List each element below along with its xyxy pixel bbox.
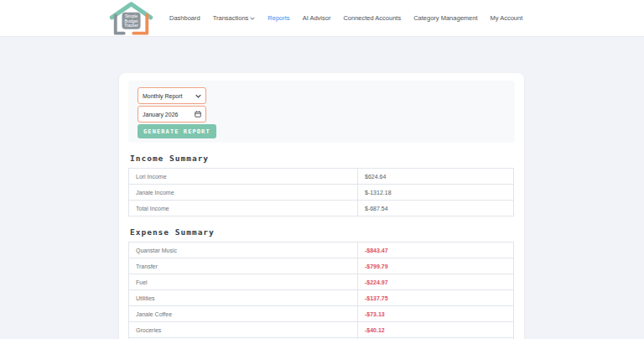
expense-summary-title: Expense Summary (130, 227, 514, 237)
income-summary-rows: Lori Income $624.64 Janale Income $-1312… (129, 169, 514, 216)
report-month-value: January 2026 (143, 112, 178, 117)
table-row: Quanstar Music -$843.47 (129, 243, 514, 258)
report-type-selected-value: Monthly Report (143, 93, 182, 99)
row-label: Janale Coffee (129, 306, 358, 322)
row-value: -$224.97 (358, 274, 514, 290)
row-value: $-687.54 (358, 201, 514, 216)
nav-item-reports[interactable]: Reports (267, 14, 289, 22)
report-type-select[interactable]: Monthly Report (138, 87, 206, 104)
row-value: -$799.79 (358, 258, 514, 274)
table-row: Lori Income $624.64 (129, 169, 514, 185)
report-month-input[interactable]: January 2026 (138, 106, 206, 123)
row-label: Lori Income (129, 169, 358, 185)
row-value: -$137.75 (358, 290, 514, 306)
nav-item-transactions[interactable]: Transactions (213, 14, 256, 22)
row-label: Fuel (129, 274, 358, 290)
chevron-down-icon (250, 17, 255, 20)
logo-text-line3: Tracker (124, 23, 138, 28)
nav-item-my-account[interactable]: My Account (490, 14, 522, 22)
row-label: Quanstar Music (129, 243, 358, 258)
table-row: Janale Income $-1312.18 (129, 185, 514, 201)
select-dropdown-icon (195, 94, 201, 98)
calendar-icon (195, 111, 201, 117)
expense-summary-rows: Quanstar Music -$843.47 Transfer -$799.7… (129, 243, 514, 339)
house-logo-icon: Simple Budget Tracker (107, 1, 155, 36)
nav-item-ai-advisor[interactable]: AI Advisor (303, 14, 331, 22)
table-row: Total Income $-687.54 (129, 201, 514, 216)
row-label: Utilities (129, 290, 358, 306)
table-row: Groceries -$40.12 (129, 322, 514, 338)
nav-item-category-management[interactable]: Category Management (413, 14, 477, 22)
report-form-panel: Monthly Report January 2026 GENERATE REP… (128, 81, 515, 143)
row-label: Total Income (129, 201, 358, 216)
page-content: Monthly Report January 2026 GENERATE REP… (0, 37, 644, 339)
table-row: Utilities -$137.75 (129, 290, 514, 306)
table-row: Janale Coffee -$73.13 (129, 306, 514, 322)
row-label: Janale Income (129, 185, 358, 201)
income-summary-title: Income Summary (130, 154, 514, 163)
report-card: Monthly Report January 2026 GENERATE REP… (119, 73, 524, 339)
logo-text-line2: Budget (125, 18, 138, 23)
row-value: -$40.12 (358, 322, 514, 338)
row-value: $624.64 (358, 169, 514, 185)
row-value: $-1312.18 (358, 185, 514, 201)
generate-report-button[interactable]: GENERATE REPORT (138, 124, 216, 138)
row-value: -$73.13 (358, 306, 514, 322)
nav-item-connected-accounts[interactable]: Connected Accounts (343, 14, 401, 22)
logo-text-line1: Simple (125, 14, 138, 18)
nav-item-transactions-label: Transactions (213, 14, 249, 22)
top-nav-bar: Simple Budget Tracker Dashboard Transact… (0, 0, 644, 37)
table-row: Transfer -$799.79 (129, 258, 514, 274)
table-row: Fuel -$224.97 (129, 274, 514, 290)
row-label: Transfer (129, 258, 358, 274)
main-nav: Dashboard Transactions Reports AI Adviso… (169, 14, 522, 22)
app-logo[interactable]: Simple Budget Tracker (107, 1, 155, 36)
row-value: -$843.47 (358, 243, 514, 258)
row-label: Groceries (129, 322, 358, 338)
income-summary-table: Lori Income $624.64 Janale Income $-1312… (128, 168, 514, 216)
expense-summary-table: Quanstar Music -$843.47 Transfer -$799.7… (128, 242, 514, 339)
nav-item-dashboard[interactable]: Dashboard (169, 14, 200, 22)
